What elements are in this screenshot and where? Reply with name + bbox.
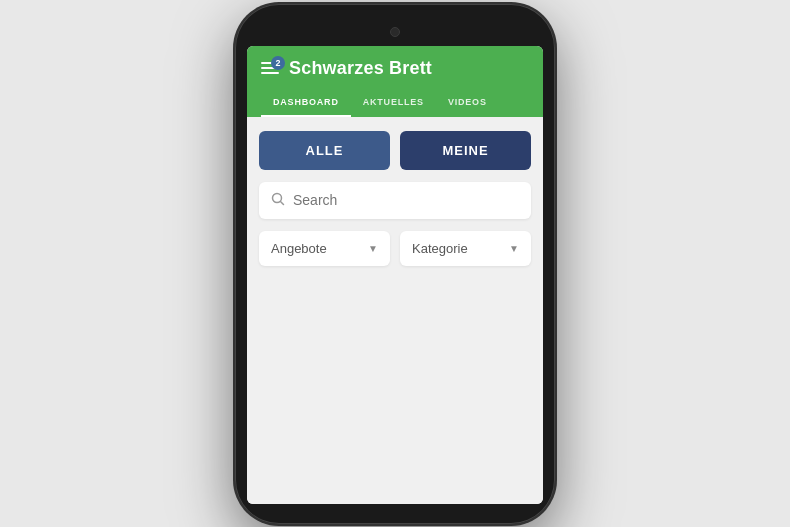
angebote-label: Angebote <box>271 241 327 256</box>
app-bar-top: 2 Schwarzes Brett <box>261 58 529 89</box>
kategorie-dropdown[interactable]: Kategorie ▼ <box>400 231 531 266</box>
kategorie-label: Kategorie <box>412 241 468 256</box>
kategorie-chevron-icon: ▼ <box>509 243 519 254</box>
meine-button[interactable]: MEINE <box>400 131 531 170</box>
phone-frame: 2 Schwarzes Brett DASHBOARD AKTUELLES VI… <box>235 4 555 524</box>
tab-dashboard[interactable]: DASHBOARD <box>261 89 351 117</box>
search-input[interactable] <box>293 192 519 208</box>
angebote-chevron-icon: ▼ <box>368 243 378 254</box>
app-bar: 2 Schwarzes Brett DASHBOARD AKTUELLES VI… <box>247 46 543 117</box>
svg-line-1 <box>281 201 284 204</box>
app-title: Schwarzes Brett <box>289 58 432 79</box>
phone-top-bar <box>245 18 545 46</box>
tab-videos[interactable]: VIDEOS <box>436 89 499 117</box>
tab-aktuelles[interactable]: AKTUELLES <box>351 89 436 117</box>
angebote-dropdown[interactable]: Angebote ▼ <box>259 231 390 266</box>
camera-dot <box>390 27 400 37</box>
search-icon <box>271 192 285 209</box>
notification-badge: 2 <box>271 56 285 70</box>
content-area: ALLE MEINE Angebote ▼ <box>247 117 543 504</box>
dropdowns-row: Angebote ▼ Kategorie ▼ <box>259 231 531 266</box>
alle-button[interactable]: ALLE <box>259 131 390 170</box>
nav-tabs: DASHBOARD AKTUELLES VIDEOS <box>261 89 529 117</box>
menu-button[interactable]: 2 <box>261 62 279 74</box>
phone-screen: 2 Schwarzes Brett DASHBOARD AKTUELLES VI… <box>247 46 543 504</box>
search-box[interactable] <box>259 182 531 219</box>
filter-buttons: ALLE MEINE <box>259 131 531 170</box>
